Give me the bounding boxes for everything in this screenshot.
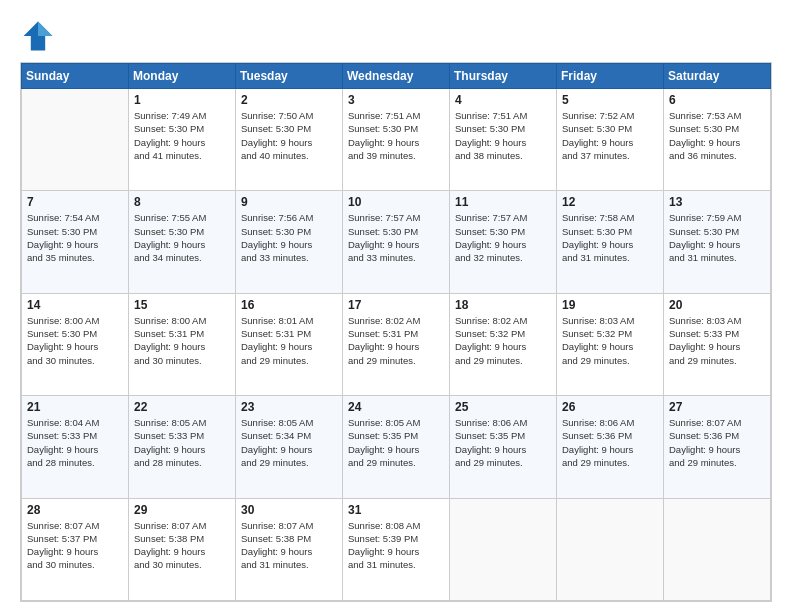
- day-number: 13: [669, 195, 765, 209]
- day-info: Sunrise: 8:00 AM Sunset: 5:30 PM Dayligh…: [27, 314, 123, 367]
- day-info: Sunrise: 8:05 AM Sunset: 5:35 PM Dayligh…: [348, 416, 444, 469]
- week-row-2: 14Sunrise: 8:00 AM Sunset: 5:30 PM Dayli…: [22, 293, 771, 395]
- day-cell-14: 14Sunrise: 8:00 AM Sunset: 5:30 PM Dayli…: [22, 293, 129, 395]
- weekday-thursday: Thursday: [450, 64, 557, 89]
- day-info: Sunrise: 7:59 AM Sunset: 5:30 PM Dayligh…: [669, 211, 765, 264]
- logo: [20, 18, 60, 54]
- day-info: Sunrise: 8:00 AM Sunset: 5:31 PM Dayligh…: [134, 314, 230, 367]
- weekday-tuesday: Tuesday: [236, 64, 343, 89]
- day-info: Sunrise: 8:02 AM Sunset: 5:31 PM Dayligh…: [348, 314, 444, 367]
- day-info: Sunrise: 8:01 AM Sunset: 5:31 PM Dayligh…: [241, 314, 337, 367]
- day-number: 7: [27, 195, 123, 209]
- day-number: 17: [348, 298, 444, 312]
- day-number: 6: [669, 93, 765, 107]
- day-number: 14: [27, 298, 123, 312]
- day-cell-5: 5Sunrise: 7:52 AM Sunset: 5:30 PM Daylig…: [557, 89, 664, 191]
- weekday-sunday: Sunday: [22, 64, 129, 89]
- day-cell-3: 3Sunrise: 7:51 AM Sunset: 5:30 PM Daylig…: [343, 89, 450, 191]
- day-number: 15: [134, 298, 230, 312]
- empty-cell: [450, 498, 557, 600]
- day-cell-28: 28Sunrise: 8:07 AM Sunset: 5:37 PM Dayli…: [22, 498, 129, 600]
- day-number: 25: [455, 400, 551, 414]
- day-info: Sunrise: 8:06 AM Sunset: 5:36 PM Dayligh…: [562, 416, 658, 469]
- calendar: SundayMondayTuesdayWednesdayThursdayFrid…: [20, 62, 772, 602]
- logo-icon: [20, 18, 56, 54]
- day-info: Sunrise: 8:03 AM Sunset: 5:33 PM Dayligh…: [669, 314, 765, 367]
- day-number: 28: [27, 503, 123, 517]
- day-info: Sunrise: 8:06 AM Sunset: 5:35 PM Dayligh…: [455, 416, 551, 469]
- week-row-1: 7Sunrise: 7:54 AM Sunset: 5:30 PM Daylig…: [22, 191, 771, 293]
- day-info: Sunrise: 7:57 AM Sunset: 5:30 PM Dayligh…: [455, 211, 551, 264]
- day-cell-11: 11Sunrise: 7:57 AM Sunset: 5:30 PM Dayli…: [450, 191, 557, 293]
- day-number: 8: [134, 195, 230, 209]
- weekday-wednesday: Wednesday: [343, 64, 450, 89]
- day-cell-30: 30Sunrise: 8:07 AM Sunset: 5:38 PM Dayli…: [236, 498, 343, 600]
- day-cell-23: 23Sunrise: 8:05 AM Sunset: 5:34 PM Dayli…: [236, 396, 343, 498]
- day-number: 27: [669, 400, 765, 414]
- day-info: Sunrise: 7:51 AM Sunset: 5:30 PM Dayligh…: [348, 109, 444, 162]
- day-number: 22: [134, 400, 230, 414]
- day-info: Sunrise: 7:51 AM Sunset: 5:30 PM Dayligh…: [455, 109, 551, 162]
- weekday-saturday: Saturday: [664, 64, 771, 89]
- day-info: Sunrise: 8:05 AM Sunset: 5:34 PM Dayligh…: [241, 416, 337, 469]
- day-cell-21: 21Sunrise: 8:04 AM Sunset: 5:33 PM Dayli…: [22, 396, 129, 498]
- day-cell-8: 8Sunrise: 7:55 AM Sunset: 5:30 PM Daylig…: [129, 191, 236, 293]
- day-number: 29: [134, 503, 230, 517]
- day-info: Sunrise: 7:52 AM Sunset: 5:30 PM Dayligh…: [562, 109, 658, 162]
- svg-marker-1: [38, 22, 52, 36]
- day-info: Sunrise: 8:07 AM Sunset: 5:38 PM Dayligh…: [134, 519, 230, 572]
- day-cell-7: 7Sunrise: 7:54 AM Sunset: 5:30 PM Daylig…: [22, 191, 129, 293]
- weekday-header-row: SundayMondayTuesdayWednesdayThursdayFrid…: [22, 64, 771, 89]
- day-cell-20: 20Sunrise: 8:03 AM Sunset: 5:33 PM Dayli…: [664, 293, 771, 395]
- day-cell-22: 22Sunrise: 8:05 AM Sunset: 5:33 PM Dayli…: [129, 396, 236, 498]
- day-number: 19: [562, 298, 658, 312]
- day-info: Sunrise: 8:03 AM Sunset: 5:32 PM Dayligh…: [562, 314, 658, 367]
- day-cell-12: 12Sunrise: 7:58 AM Sunset: 5:30 PM Dayli…: [557, 191, 664, 293]
- day-info: Sunrise: 7:55 AM Sunset: 5:30 PM Dayligh…: [134, 211, 230, 264]
- empty-cell: [557, 498, 664, 600]
- day-number: 12: [562, 195, 658, 209]
- day-info: Sunrise: 8:08 AM Sunset: 5:39 PM Dayligh…: [348, 519, 444, 572]
- day-info: Sunrise: 8:05 AM Sunset: 5:33 PM Dayligh…: [134, 416, 230, 469]
- day-number: 3: [348, 93, 444, 107]
- day-number: 10: [348, 195, 444, 209]
- day-number: 31: [348, 503, 444, 517]
- day-number: 23: [241, 400, 337, 414]
- empty-cell: [22, 89, 129, 191]
- day-number: 9: [241, 195, 337, 209]
- day-cell-10: 10Sunrise: 7:57 AM Sunset: 5:30 PM Dayli…: [343, 191, 450, 293]
- day-number: 18: [455, 298, 551, 312]
- day-number: 30: [241, 503, 337, 517]
- day-cell-9: 9Sunrise: 7:56 AM Sunset: 5:30 PM Daylig…: [236, 191, 343, 293]
- week-row-4: 28Sunrise: 8:07 AM Sunset: 5:37 PM Dayli…: [22, 498, 771, 600]
- day-cell-15: 15Sunrise: 8:00 AM Sunset: 5:31 PM Dayli…: [129, 293, 236, 395]
- day-number: 2: [241, 93, 337, 107]
- day-cell-25: 25Sunrise: 8:06 AM Sunset: 5:35 PM Dayli…: [450, 396, 557, 498]
- day-info: Sunrise: 7:57 AM Sunset: 5:30 PM Dayligh…: [348, 211, 444, 264]
- day-cell-4: 4Sunrise: 7:51 AM Sunset: 5:30 PM Daylig…: [450, 89, 557, 191]
- day-info: Sunrise: 8:07 AM Sunset: 5:36 PM Dayligh…: [669, 416, 765, 469]
- day-cell-6: 6Sunrise: 7:53 AM Sunset: 5:30 PM Daylig…: [664, 89, 771, 191]
- day-cell-26: 26Sunrise: 8:06 AM Sunset: 5:36 PM Dayli…: [557, 396, 664, 498]
- day-cell-29: 29Sunrise: 8:07 AM Sunset: 5:38 PM Dayli…: [129, 498, 236, 600]
- day-info: Sunrise: 7:53 AM Sunset: 5:30 PM Dayligh…: [669, 109, 765, 162]
- day-number: 5: [562, 93, 658, 107]
- weekday-friday: Friday: [557, 64, 664, 89]
- empty-cell: [664, 498, 771, 600]
- day-info: Sunrise: 7:54 AM Sunset: 5:30 PM Dayligh…: [27, 211, 123, 264]
- day-cell-1: 1Sunrise: 7:49 AM Sunset: 5:30 PM Daylig…: [129, 89, 236, 191]
- day-number: 11: [455, 195, 551, 209]
- day-cell-18: 18Sunrise: 8:02 AM Sunset: 5:32 PM Dayli…: [450, 293, 557, 395]
- day-cell-31: 31Sunrise: 8:08 AM Sunset: 5:39 PM Dayli…: [343, 498, 450, 600]
- day-cell-16: 16Sunrise: 8:01 AM Sunset: 5:31 PM Dayli…: [236, 293, 343, 395]
- day-info: Sunrise: 8:07 AM Sunset: 5:38 PM Dayligh…: [241, 519, 337, 572]
- day-cell-24: 24Sunrise: 8:05 AM Sunset: 5:35 PM Dayli…: [343, 396, 450, 498]
- day-number: 16: [241, 298, 337, 312]
- day-info: Sunrise: 8:07 AM Sunset: 5:37 PM Dayligh…: [27, 519, 123, 572]
- day-info: Sunrise: 7:50 AM Sunset: 5:30 PM Dayligh…: [241, 109, 337, 162]
- day-cell-17: 17Sunrise: 8:02 AM Sunset: 5:31 PM Dayli…: [343, 293, 450, 395]
- day-info: Sunrise: 8:04 AM Sunset: 5:33 PM Dayligh…: [27, 416, 123, 469]
- week-row-3: 21Sunrise: 8:04 AM Sunset: 5:33 PM Dayli…: [22, 396, 771, 498]
- day-number: 4: [455, 93, 551, 107]
- day-info: Sunrise: 7:49 AM Sunset: 5:30 PM Dayligh…: [134, 109, 230, 162]
